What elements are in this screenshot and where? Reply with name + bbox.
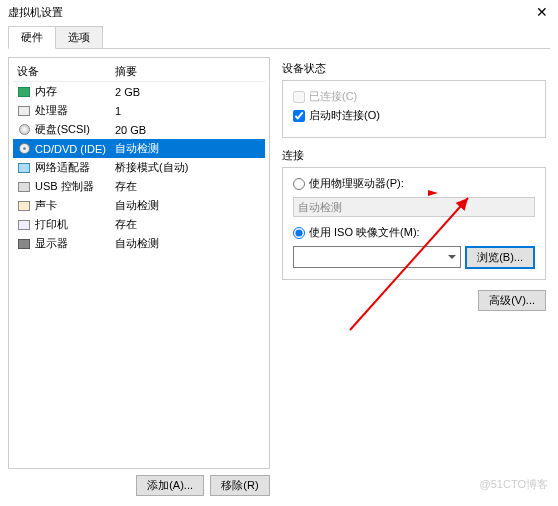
device-row[interactable]: USB 控制器存在 [13,177,265,196]
tabs: 硬件 选项 [8,26,550,49]
device-summary: 自动检测 [115,198,261,213]
cd-icon [17,142,31,156]
device-summary: 2 GB [115,86,261,98]
title-bar: 虚拟机设置 ✕ [0,0,558,24]
physical-drive-label: 使用物理驱动器(P): [309,176,404,191]
add-button[interactable]: 添加(A)... [136,475,204,496]
window-title: 虚拟机设置 [8,5,63,20]
disk-icon [17,123,31,137]
header-device: 设备 [17,64,115,79]
net-icon [17,161,31,175]
device-name: 内存 [35,84,115,99]
device-list[interactable]: 内存2 GB处理器1硬盘(SCSI)20 GBCD/DVD (IDE)自动检测网… [13,82,265,464]
device-summary: 自动检测 [115,236,261,251]
connected-label: 已连接(C) [309,89,357,104]
browse-button[interactable]: 浏览(B)... [465,246,535,269]
device-row[interactable]: 声卡自动检测 [13,196,265,215]
iso-radio[interactable] [293,227,305,239]
usb-icon [17,180,31,194]
device-summary: 存在 [115,217,261,232]
remove-button[interactable]: 移除(R) [210,475,270,496]
tab-options[interactable]: 选项 [55,26,103,48]
device-summary: 1 [115,105,261,117]
connect-poweron-label: 启动时连接(O) [309,108,380,123]
tab-hardware[interactable]: 硬件 [8,26,56,49]
device-name: 显示器 [35,236,115,251]
snd-icon [17,199,31,213]
list-header: 设备 摘要 [13,62,265,82]
device-status-label: 设备状态 [282,61,546,76]
physical-drive-radio[interactable] [293,178,305,190]
connection-label: 连接 [282,148,546,163]
device-name: 硬盘(SCSI) [35,122,115,137]
cpu-icon [17,104,31,118]
device-row[interactable]: CD/DVD (IDE)自动检测 [13,139,265,158]
physical-drive-combo: 自动检测 [293,197,535,217]
iso-label: 使用 ISO 映像文件(M): [309,225,420,240]
close-icon[interactable]: ✕ [534,4,550,20]
device-name: 网络适配器 [35,160,115,175]
device-name: 打印机 [35,217,115,232]
device-status-group: 已连接(C) 启动时连接(O) [282,80,546,138]
device-row[interactable]: 硬盘(SCSI)20 GB [13,120,265,139]
connect-poweron-checkbox[interactable] [293,110,305,122]
right-panel: 设备状态 已连接(C) 启动时连接(O) 连接 使用物理驱动器(P): 自动检测 [278,57,550,496]
advanced-button[interactable]: 高级(V)... [478,290,546,311]
connected-checkbox [293,91,305,103]
device-row[interactable]: 处理器1 [13,101,265,120]
device-summary: 桥接模式(自动) [115,160,261,175]
device-name: CD/DVD (IDE) [35,143,115,155]
device-name: USB 控制器 [35,179,115,194]
connection-group: 使用物理驱动器(P): 自动检测 使用 ISO 映像文件(M): 浏览(B)..… [282,167,546,280]
iso-path-combo[interactable] [293,246,461,268]
device-row[interactable]: 打印机存在 [13,215,265,234]
device-summary: 存在 [115,179,261,194]
device-row[interactable]: 网络适配器桥接模式(自动) [13,158,265,177]
prn-icon [17,218,31,232]
device-panel: 设备 摘要 内存2 GB处理器1硬盘(SCSI)20 GBCD/DVD (IDE… [8,57,270,469]
device-row[interactable]: 内存2 GB [13,82,265,101]
device-summary: 20 GB [115,124,261,136]
device-summary: 自动检测 [115,141,261,156]
device-row[interactable]: 显示器自动检测 [13,234,265,253]
header-summary: 摘要 [115,64,261,79]
device-name: 处理器 [35,103,115,118]
device-name: 声卡 [35,198,115,213]
mem-icon [17,85,31,99]
dsp-icon [17,237,31,251]
